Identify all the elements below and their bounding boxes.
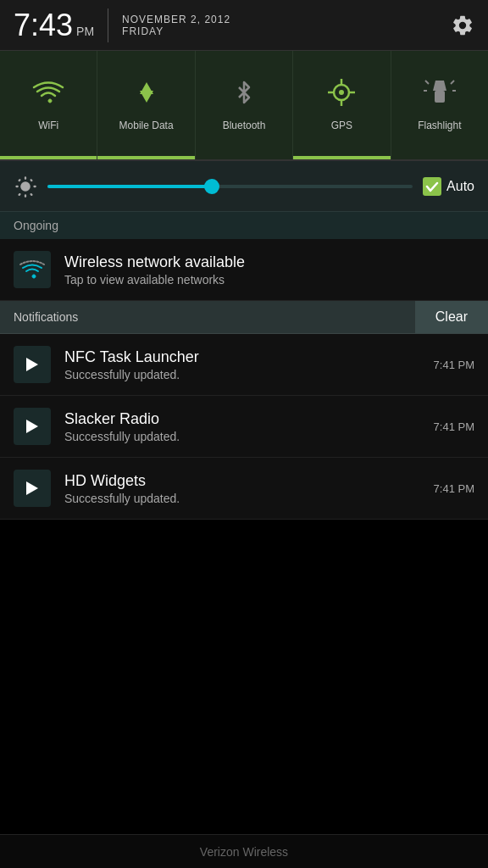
- nfc-icon-box: [14, 346, 51, 383]
- notifications-header: Notifications Clear: [0, 301, 488, 334]
- svg-line-11: [451, 81, 454, 84]
- mobile-data-icon: [126, 72, 167, 113]
- svg-marker-16: [26, 481, 38, 495]
- svg-marker-1: [140, 91, 153, 103]
- nfc-time: 7:41 PM: [434, 359, 474, 371]
- brightness-slider[interactable]: [47, 185, 413, 188]
- bottom-bar: Verizon Wireless: [0, 834, 488, 868]
- bluetooth-label: Bluetooth: [223, 120, 266, 131]
- notifications-section: Notifications Clear NFC Task Launcher Su…: [0, 301, 488, 520]
- gps-label: GPS: [331, 120, 352, 131]
- svg-line-10: [425, 81, 429, 84]
- hdwidgets-text: HD Widgets Successfully updated.: [64, 472, 420, 505]
- wifi-active-bar: [0, 156, 97, 159]
- ongoing-wifi-icon-box: [14, 251, 51, 288]
- toggle-bluetooth[interactable]: Bluetooth: [196, 51, 293, 159]
- slacker-text: Slacker Radio Successfully updated.: [64, 410, 420, 443]
- clock-time: 7:43: [14, 8, 73, 43]
- flashlight-icon: [419, 72, 460, 113]
- ongoing-label: Ongoing: [14, 219, 58, 232]
- svg-marker-15: [26, 420, 38, 433]
- brightness-icon: [14, 175, 37, 198]
- notification-slacker[interactable]: Slacker Radio Successfully updated. 7:41…: [0, 396, 488, 458]
- quick-toggles: WiFi Mobile Data Bluetooth: [0, 51, 488, 161]
- time-block: 7:43 PM: [14, 8, 94, 43]
- svg-marker-14: [26, 358, 38, 371]
- gps-active-bar: [293, 156, 390, 159]
- nfc-subtitle: Successfully updated.: [64, 368, 420, 381]
- clear-button[interactable]: Clear: [414, 301, 488, 333]
- brightness-row: Auto: [0, 161, 488, 212]
- toggle-gps[interactable]: GPS: [293, 51, 391, 159]
- flashlight-active-bar: [391, 156, 488, 159]
- notification-nfc[interactable]: NFC Task Launcher Successfully updated. …: [0, 334, 488, 396]
- auto-brightness-block[interactable]: Auto: [423, 177, 474, 196]
- gps-icon: [321, 72, 362, 113]
- date-line2: FRIDAY: [122, 25, 230, 37]
- mobile-data-active-bar: [97, 156, 194, 159]
- toggle-wifi[interactable]: WiFi: [0, 51, 97, 159]
- ongoing-header: Ongoing: [0, 212, 488, 239]
- status-divider: [108, 8, 108, 42]
- carrier-label: Verizon Wireless: [200, 845, 288, 859]
- nfc-title: NFC Task Launcher: [64, 348, 420, 366]
- slacker-time: 7:41 PM: [434, 420, 474, 433]
- slacker-title: Slacker Radio: [64, 410, 420, 428]
- bluetooth-icon: [224, 72, 264, 113]
- ongoing-wifi-title: Wireless network available: [64, 253, 474, 271]
- hdwidgets-icon-box: [14, 470, 51, 507]
- mobile-data-label: Mobile Data: [119, 120, 174, 131]
- hdwidgets-subtitle: Successfully updated.: [64, 492, 420, 505]
- ongoing-section: Ongoing Wireless network available Tap t…: [0, 212, 488, 301]
- clock-ampm: PM: [76, 25, 94, 38]
- toggle-mobile-data[interactable]: Mobile Data: [97, 51, 195, 159]
- status-bar: 7:43 PM NOVEMBER 2, 2012 FRIDAY: [0, 0, 488, 51]
- settings-icon[interactable]: [451, 14, 474, 37]
- brightness-thumb[interactable]: [204, 179, 219, 194]
- slacker-icon-box: [14, 408, 51, 445]
- wifi-label: WiFi: [38, 120, 58, 131]
- brightness-fill: [47, 185, 212, 188]
- hdwidgets-time: 7:41 PM: [434, 482, 474, 495]
- wifi-icon: [28, 72, 69, 113]
- ongoing-wifi-item[interactable]: Wireless network available Tap to view a…: [0, 239, 488, 301]
- svg-marker-8: [433, 81, 446, 91]
- slacker-subtitle: Successfully updated.: [64, 430, 420, 443]
- nfc-text: NFC Task Launcher Successfully updated.: [64, 348, 420, 381]
- toggle-flashlight[interactable]: Flashlight: [391, 51, 488, 159]
- date-block: NOVEMBER 2, 2012 FRIDAY: [122, 14, 230, 37]
- auto-label: Auto: [446, 179, 474, 194]
- date-line1: NOVEMBER 2, 2012: [122, 14, 230, 25]
- auto-checkbox[interactable]: [423, 177, 441, 196]
- notification-hdwidgets[interactable]: HD Widgets Successfully updated. 7:41 PM: [0, 458, 488, 520]
- ongoing-wifi-subtitle: Tap to view available networks: [64, 273, 474, 287]
- hdwidgets-title: HD Widgets: [64, 472, 420, 490]
- svg-point-3: [339, 90, 344, 95]
- notifications-label: Notifications: [0, 302, 414, 332]
- flashlight-label: Flashlight: [418, 120, 461, 131]
- ongoing-wifi-text: Wireless network available Tap to view a…: [64, 253, 474, 287]
- bluetooth-active-bar: [196, 156, 292, 159]
- svg-rect-9: [435, 91, 445, 103]
